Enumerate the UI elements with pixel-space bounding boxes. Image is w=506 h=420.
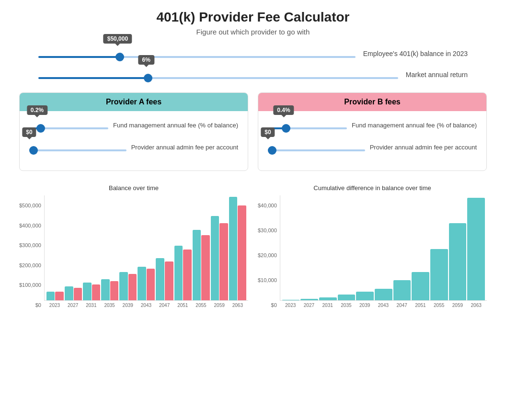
bar-group xyxy=(193,230,210,300)
balance-bars xyxy=(44,195,248,301)
page-title: 401(k) Provider Fee Calculator xyxy=(10,10,496,25)
bar-pink xyxy=(128,274,137,300)
provider-b-admin-slider[interactable] xyxy=(268,149,365,151)
bar-group xyxy=(101,279,118,300)
x-label: 2051 xyxy=(412,303,429,308)
bar-teal xyxy=(356,292,374,300)
y-label: $10,000 xyxy=(258,277,277,283)
bar-pink xyxy=(219,223,228,300)
balance-slider[interactable] xyxy=(38,56,356,58)
bar-pink xyxy=(74,288,82,300)
x-label: 2043 xyxy=(375,303,392,308)
bar-teal xyxy=(319,297,337,300)
balance-chart: Balance over time $500,000$400,000$300,0… xyxy=(19,184,248,308)
provider-a-fund-fee-row: 0.2% Fund management annual fee (% of ba… xyxy=(29,119,238,131)
y-label: $0 xyxy=(271,302,277,308)
bar-teal xyxy=(193,230,201,300)
bar-teal xyxy=(282,300,300,300)
provider-a-admin-fee-row: $0 Provider annual admin fee per account xyxy=(29,141,238,153)
x-label: 2031 xyxy=(82,303,100,308)
provider-b-card: Provider B fees 0.4% Fund management ann… xyxy=(258,92,487,171)
bar-pink xyxy=(55,292,64,300)
cumulative-bars xyxy=(280,195,487,301)
cumulative-x-labels: 2023202720312035203920432047205120552059… xyxy=(280,301,487,308)
x-label: 2051 xyxy=(174,303,191,308)
bar-group xyxy=(46,292,64,300)
bar-group xyxy=(467,198,485,300)
provider-b-admin-fee-row: $0 Provider annual admin fee per account xyxy=(268,141,477,153)
x-label: 2059 xyxy=(449,303,467,308)
provider-a-admin-fee-inner: $0 Provider annual admin fee per account xyxy=(29,141,238,153)
balance-y-axis: $500,000$400,000$300,000$200,000$100,000… xyxy=(19,203,44,308)
y-label: $300,000 xyxy=(19,242,41,248)
bar-teal xyxy=(156,258,164,300)
bar-group xyxy=(174,246,192,300)
provider-b-fund-fee-inner: 0.4% Fund management annual fee (% of ba… xyxy=(268,119,477,131)
y-label: $400,000 xyxy=(19,223,41,228)
provider-b-admin-label: Provider annual admin fee per account xyxy=(370,144,477,151)
provider-b-admin-tooltip: $0 xyxy=(261,127,275,137)
market-return-tooltip: 6% xyxy=(138,55,154,65)
provider-a-fund-label: Fund management annual fee (% of balance… xyxy=(113,122,238,129)
bar-group xyxy=(430,249,448,300)
x-label: 2027 xyxy=(64,303,81,308)
y-label: $100,000 xyxy=(19,282,41,288)
bar-teal xyxy=(101,279,110,300)
market-return-slider-row: 6% Market annual return xyxy=(38,68,468,81)
y-label: $20,000 xyxy=(258,252,277,258)
bar-teal xyxy=(393,280,411,300)
provider-b-fund-label: Fund management annual fee (% of balance… xyxy=(352,122,477,129)
bar-teal xyxy=(412,272,429,300)
cumulative-chart: Cumulative difference in balance over ti… xyxy=(258,184,487,308)
bar-pink xyxy=(110,281,119,300)
bar-group xyxy=(138,267,155,300)
page-subtitle: Figure out which provider to go with xyxy=(10,28,496,36)
provider-a-body: 0.2% Fund management annual fee (% of ba… xyxy=(20,111,248,170)
x-label: 2027 xyxy=(300,303,318,308)
cumulative-bars-wrapper: 2023202720312035203920432047205120552059… xyxy=(280,195,487,308)
x-label: 2063 xyxy=(229,303,246,308)
bar-pink xyxy=(147,269,155,300)
bar-teal xyxy=(300,299,318,300)
x-label: 2055 xyxy=(192,303,209,308)
provider-a-fund-fee-inner: 0.2% Fund management annual fee (% of ba… xyxy=(29,119,238,131)
provider-a-card: Provider A fees 0.2% Fund management ann… xyxy=(19,92,248,171)
bar-pink xyxy=(165,261,173,300)
bar-group xyxy=(65,286,82,300)
bar-teal xyxy=(229,197,238,300)
bar-teal xyxy=(338,295,356,300)
x-label: 2035 xyxy=(337,303,355,308)
x-label: 2031 xyxy=(319,303,336,308)
provider-a-fund-tooltip: 0.2% xyxy=(27,105,47,115)
bar-teal xyxy=(211,216,219,300)
bar-pink xyxy=(183,250,192,300)
x-label: 2023 xyxy=(282,303,299,308)
cumulative-y-axis: $40,000$30,000$20,000$10,000$0 xyxy=(258,203,280,308)
bar-pink xyxy=(238,205,246,300)
bar-group xyxy=(449,223,467,300)
balance-x-labels: 2023202720312035203920432047205120552059… xyxy=(44,301,248,308)
bar-group xyxy=(412,272,429,300)
balance-tooltip: $50,000 xyxy=(104,34,132,44)
x-label: 2039 xyxy=(119,303,137,308)
y-label: $0 xyxy=(35,302,41,308)
x-label: 2039 xyxy=(356,303,374,308)
provider-b-fund-slider[interactable] xyxy=(268,127,347,129)
bar-teal xyxy=(138,267,146,300)
provider-a-fund-slider[interactable] xyxy=(29,127,108,129)
provider-b-fund-fee-row: 0.4% Fund management annual fee (% of ba… xyxy=(268,119,477,131)
bar-teal xyxy=(46,292,55,300)
market-return-label: Market annual return xyxy=(406,71,468,79)
market-return-slider[interactable] xyxy=(38,77,398,79)
bar-group xyxy=(119,272,137,300)
x-label: 2055 xyxy=(430,303,448,308)
provider-a-admin-label: Provider annual admin fee per account xyxy=(131,144,238,151)
provider-b-admin-fee-inner: $0 Provider annual admin fee per account xyxy=(268,141,477,153)
provider-a-admin-slider[interactable] xyxy=(29,149,126,151)
x-label: 2047 xyxy=(156,303,173,308)
cumulative-chart-area: $40,000$30,000$20,000$10,000$0 202320272… xyxy=(258,195,487,308)
bar-group xyxy=(319,297,337,300)
x-label: 2059 xyxy=(211,303,228,308)
balance-bars-wrapper: 2023202720312035203920432047205120552059… xyxy=(44,195,248,308)
global-sliders: $50,000 Employee's 401(k) balance in 202… xyxy=(10,47,496,81)
